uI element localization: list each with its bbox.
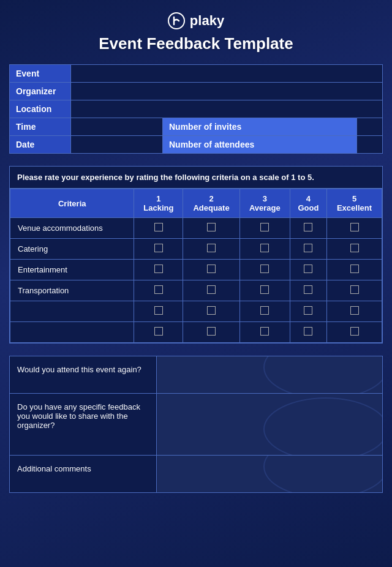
checkbox[interactable] (154, 306, 163, 315)
criteria-name: Entertainment (10, 260, 134, 280)
col-3-header: 3 Average (239, 189, 290, 218)
rating-row: Transportation (10, 280, 382, 301)
col-1-label: Lacking (143, 203, 173, 212)
col-4-number: 4 (306, 194, 311, 203)
location-value (71, 100, 383, 118)
checkbox[interactable] (304, 265, 312, 273)
score-checkbox-cell[interactable] (239, 322, 290, 343)
rating-row (10, 301, 382, 322)
checkbox[interactable] (350, 244, 359, 252)
score-checkbox-cell[interactable] (290, 239, 326, 260)
criteria-name: Venue accommodations (10, 218, 134, 239)
score-checkbox-cell[interactable] (183, 280, 240, 301)
checkbox[interactable] (260, 265, 269, 273)
organizer-row: Organizer (10, 83, 383, 100)
checkbox[interactable] (304, 327, 312, 336)
checkbox[interactable] (207, 285, 216, 294)
score-checkbox-cell[interactable] (239, 280, 290, 301)
feedback-answer[interactable] (157, 456, 382, 492)
score-checkbox-cell[interactable] (183, 301, 240, 322)
criteria-header: Criteria (10, 189, 134, 218)
checkbox[interactable] (154, 244, 163, 252)
event-row: Event (10, 65, 383, 83)
col-3-number: 3 (263, 194, 267, 203)
location-label: Location (10, 100, 71, 118)
checkbox[interactable] (260, 244, 269, 252)
score-checkbox-cell[interactable] (134, 280, 183, 301)
score-checkbox-cell[interactable] (290, 280, 326, 301)
checkbox[interactable] (350, 306, 359, 315)
checkbox[interactable] (304, 223, 312, 231)
time-invites-row: Time Number of invites (10, 118, 383, 136)
feedback-answer[interactable] (157, 356, 382, 393)
col-2-number: 2 (209, 194, 213, 203)
score-checkbox-cell[interactable] (134, 239, 183, 260)
checkbox[interactable] (350, 327, 359, 336)
checkbox[interactable] (350, 223, 359, 231)
score-checkbox-cell[interactable] (239, 301, 290, 322)
checkbox[interactable] (260, 327, 269, 336)
checkbox[interactable] (154, 327, 163, 336)
score-checkbox-cell[interactable] (290, 322, 326, 343)
score-checkbox-cell[interactable] (290, 301, 326, 322)
col-2-label: Adequate (193, 203, 229, 212)
score-checkbox-cell[interactable] (134, 301, 183, 322)
time-label: Time (10, 118, 71, 136)
score-checkbox-cell[interactable] (239, 218, 290, 239)
time-value (71, 118, 163, 136)
checkbox[interactable] (350, 265, 359, 273)
col-5-header: 5 Excellent (327, 189, 382, 218)
col-4-label: Good (298, 203, 318, 212)
checkbox[interactable] (154, 223, 163, 231)
rating-row (10, 322, 382, 343)
feedback-row: Additional comments (10, 456, 382, 492)
checkbox[interactable] (154, 265, 163, 273)
feedback-answer[interactable] (157, 394, 382, 455)
checkbox[interactable] (207, 265, 216, 273)
checkbox[interactable] (304, 306, 312, 315)
feedback-section: Would you attend this event again?Do you… (9, 356, 383, 493)
organizer-value (71, 83, 383, 100)
checkbox[interactable] (260, 285, 269, 294)
checkbox[interactable] (260, 306, 269, 315)
attendees-value (357, 136, 383, 154)
score-checkbox-cell[interactable] (134, 260, 183, 280)
checkbox[interactable] (207, 327, 216, 336)
score-checkbox-cell[interactable] (134, 322, 183, 343)
rating-header-row: Criteria 1 Lacking 2 Adequate 3 Average … (10, 189, 382, 218)
score-checkbox-cell[interactable] (327, 280, 382, 301)
number-of-attendees-label: Number of attendees (163, 136, 357, 154)
checkbox[interactable] (260, 223, 269, 231)
score-checkbox-cell[interactable] (239, 260, 290, 280)
col-1-number: 1 (156, 194, 160, 203)
score-checkbox-cell[interactable] (239, 239, 290, 260)
score-checkbox-cell[interactable] (183, 322, 240, 343)
score-checkbox-cell[interactable] (327, 239, 382, 260)
score-checkbox-cell[interactable] (183, 218, 240, 239)
checkbox[interactable] (207, 223, 216, 231)
score-checkbox-cell[interactable] (183, 260, 240, 280)
score-checkbox-cell[interactable] (290, 218, 326, 239)
score-checkbox-cell[interactable] (290, 260, 326, 280)
checkbox[interactable] (207, 244, 216, 252)
checkbox[interactable] (207, 306, 216, 315)
checkbox[interactable] (304, 244, 312, 252)
score-checkbox-cell[interactable] (327, 301, 382, 322)
score-checkbox-cell[interactable] (327, 260, 382, 280)
location-row: Location (10, 100, 383, 118)
score-checkbox-cell[interactable] (327, 322, 382, 343)
score-checkbox-cell[interactable] (183, 239, 240, 260)
criteria-name: Catering (10, 239, 134, 260)
checkbox[interactable] (154, 285, 163, 294)
col-1-header: 1 Lacking (134, 189, 183, 218)
checkbox[interactable] (350, 285, 359, 294)
svg-point-0 (168, 13, 184, 29)
score-checkbox-cell[interactable] (327, 218, 382, 239)
checkbox[interactable] (304, 285, 312, 294)
rating-section: Please rate your experience by rating th… (9, 166, 383, 344)
rating-row: Entertainment (10, 260, 382, 280)
col-4-header: 4 Good (290, 189, 326, 218)
col-5-number: 5 (352, 194, 356, 203)
score-checkbox-cell[interactable] (134, 218, 183, 239)
date-attendees-row: Date Number of attendees (10, 136, 383, 154)
